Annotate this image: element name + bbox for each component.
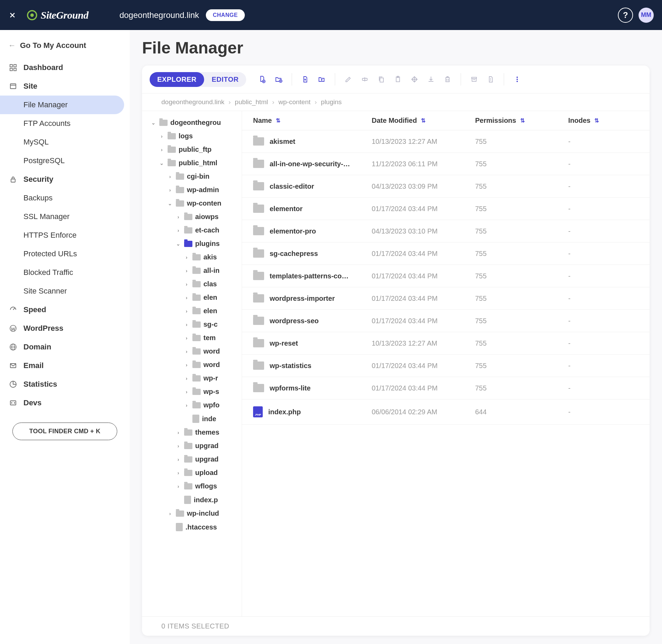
tree-index[interactable]: inde (150, 412, 242, 426)
tree-root[interactable]: ⌄dogeonthegrou (150, 116, 242, 129)
nav-https-enforce[interactable]: HTTPS Enforce (0, 226, 124, 245)
tree-aiowps[interactable]: ›aiowps (150, 210, 242, 224)
crumb-root[interactable]: dogeontheground.link (161, 98, 224, 106)
file-date: 04/13/2023 03:09 PM (372, 182, 475, 190)
nav-site[interactable]: Site (0, 77, 130, 96)
table-row[interactable]: .PHPindex.php06/06/2014 02:29 AM644- (242, 399, 650, 425)
new-folder-button[interactable] (271, 72, 286, 87)
tree-word1[interactable]: ›word (150, 345, 242, 358)
chevron-right-icon: › (272, 98, 274, 106)
tree-themes[interactable]: ›themes (150, 426, 242, 439)
tree-upgrad1[interactable]: ›upgrad (150, 439, 242, 453)
nav-protected-urls[interactable]: Protected URLs (0, 245, 124, 263)
nav-email[interactable]: Email (0, 356, 130, 375)
siteground-logo[interactable]: SiteGround (26, 9, 88, 21)
tab-editor[interactable]: EDITOR (204, 72, 246, 87)
tree-logs[interactable]: ›logs (150, 129, 242, 143)
crumb-public-html[interactable]: public_html (235, 98, 268, 106)
tree-word2[interactable]: ›word (150, 358, 242, 371)
nav-domain[interactable]: Domain (0, 338, 130, 356)
tree-plugins[interactable]: ⌄plugins (150, 237, 242, 250)
nav-ftp-accounts[interactable]: FTP Accounts (0, 114, 124, 133)
upload-folder-button[interactable] (314, 72, 329, 87)
folder-icon (184, 456, 192, 463)
tree-temp[interactable]: ›tem (150, 331, 242, 345)
close-icon[interactable] (8, 11, 17, 19)
tab-explorer[interactable]: EXPLORER (150, 72, 204, 87)
extract-button[interactable] (483, 72, 498, 87)
nav-postgresql[interactable]: PostgreSQL (0, 151, 124, 170)
tree-wpf[interactable]: ›wpfo (150, 398, 242, 412)
nav-blocked-traffic[interactable]: Blocked Traffic (0, 263, 124, 282)
tree-wflogs[interactable]: ›wflogs (150, 479, 242, 493)
col-name-header[interactable]: Name⇅ (242, 117, 372, 125)
edit-button[interactable] (341, 72, 356, 87)
nav-dashboard[interactable]: Dashboard (0, 58, 130, 77)
sort-icon: ⇅ (520, 117, 525, 124)
table-row[interactable]: classic-editor04/13/2023 03:09 PM755- (242, 175, 650, 198)
tree-elem1[interactable]: ›elen (150, 291, 242, 304)
move-button[interactable] (407, 72, 422, 87)
crumb-wp-content[interactable]: wp-content (279, 98, 311, 106)
table-row[interactable]: elementor-pro04/13/2023 03:10 PM755- (242, 220, 650, 242)
table-row[interactable]: wordpress-seo01/17/2024 03:44 PM755- (242, 310, 650, 332)
table-row[interactable]: wpforms-lite01/17/2024 03:44 PM755- (242, 377, 650, 399)
table-row[interactable]: templates-patterns-co…01/17/2024 03:44 P… (242, 265, 650, 287)
tree-upgrad2[interactable]: ›upgrad (150, 453, 242, 466)
tree-wps[interactable]: ›wp-s (150, 385, 242, 398)
tree-classic[interactable]: ›clas (150, 277, 242, 291)
tree-public-html[interactable]: ⌄public_html (150, 156, 242, 170)
col-perm-header[interactable]: Permissions⇅ (475, 117, 568, 125)
tree-all-in[interactable]: ›all-in (150, 264, 242, 277)
tree-upload[interactable]: ›upload (150, 466, 242, 479)
nav-speed[interactable]: Speed (0, 300, 130, 319)
table-row[interactable]: akismet10/13/2023 12:27 AM755- (242, 130, 650, 153)
delete-button[interactable] (440, 72, 455, 87)
chevron-right-icon: › (183, 389, 190, 395)
nav-devs[interactable]: Devs (0, 394, 130, 412)
col-inode-header[interactable]: Inodes⇅ (568, 117, 650, 125)
paste-button[interactable] (390, 72, 405, 87)
tree-wp-includes[interactable]: ›wp-includ (150, 507, 242, 520)
col-date-header[interactable]: Date Modified⇅ (372, 117, 475, 125)
nav-statistics[interactable]: Statistics (0, 375, 130, 394)
nav-site-scanner[interactable]: Site Scanner (0, 282, 124, 300)
tree-sgc[interactable]: ›sg-c (150, 318, 242, 331)
table-row[interactable]: elementor01/17/2024 03:44 PM755- (242, 198, 650, 220)
table-row[interactable]: wordpress-importer01/17/2024 03:44 PM755… (242, 287, 650, 310)
help-button[interactable]: ? (618, 8, 633, 23)
change-site-button[interactable]: CHANGE (206, 9, 244, 21)
nav-file-manager[interactable]: File Manager (0, 96, 124, 114)
tree-wpr[interactable]: ›wp-r (150, 371, 242, 385)
table-row[interactable]: wp-statistics01/17/2024 03:44 PM755- (242, 355, 650, 377)
user-avatar[interactable]: MM (639, 8, 654, 23)
download-button[interactable] (423, 72, 439, 87)
table-row[interactable]: sg-cachepress01/17/2024 03:44 PM755- (242, 242, 650, 265)
tree-wp-content[interactable]: ⌄wp-conten (150, 197, 242, 210)
tree-wp-admin[interactable]: ›wp-admin (150, 183, 242, 197)
nav-ssl-manager[interactable]: SSL Manager (0, 207, 124, 226)
tree-htaccess[interactable]: .htaccess (150, 520, 242, 534)
upload-file-button[interactable] (298, 72, 313, 87)
nav-backups[interactable]: Backups (0, 189, 124, 207)
go-to-my-account[interactable]: ← Go To My Account (0, 37, 130, 58)
tree-index-p[interactable]: index.p (150, 493, 242, 507)
table-row[interactable]: wp-reset10/13/2023 12:27 AM755- (242, 332, 650, 355)
tree-cgi-bin[interactable]: ›cgi-bin (150, 170, 242, 183)
rename-button[interactable] (357, 72, 372, 87)
tree-et-cache[interactable]: ›et-cach (150, 224, 242, 237)
nav-security[interactable]: Security (0, 170, 130, 189)
nav-mysql[interactable]: MySQL (0, 133, 124, 151)
tree-elem2[interactable]: ›elen (150, 304, 242, 318)
php-file-icon: .PHP (253, 406, 263, 417)
nav-wordpress[interactable]: WordPress (0, 319, 130, 338)
crumb-plugins[interactable]: plugins (321, 98, 342, 106)
table-row[interactable]: all-in-one-wp-security-…11/12/2023 06:11… (242, 153, 650, 175)
new-file-button[interactable] (254, 72, 270, 87)
tree-akismet[interactable]: ›akis (150, 250, 242, 264)
tool-finder-button[interactable]: TOOL FINDER CMD + K (12, 423, 117, 440)
tree-public-ftp[interactable]: ›public_ftp (150, 143, 242, 156)
more-options-button[interactable] (510, 72, 525, 87)
archive-button[interactable] (467, 72, 482, 87)
copy-button[interactable] (374, 72, 389, 87)
